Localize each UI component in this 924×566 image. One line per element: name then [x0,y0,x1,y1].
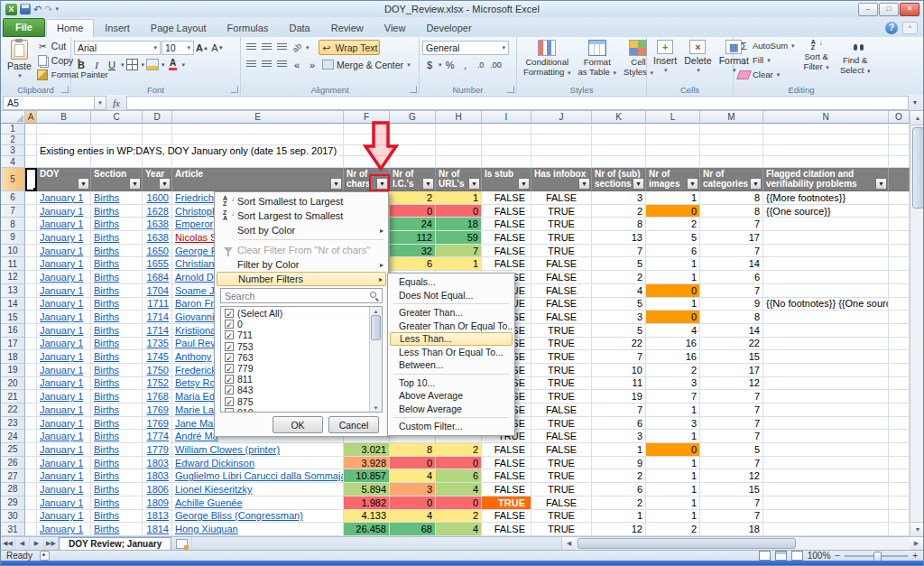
merge-center-button[interactable]: Merge & Center▾ [320,58,412,71]
minimize-ribbon-icon[interactable]: ^ [902,22,918,34]
sheet-tab-doy-review-january[interactable]: DOY Review; January [59,537,171,551]
cell-O20[interactable] [889,377,910,391]
article-link[interactable]: Anthony [175,351,211,362]
cell-B22[interactable]: January 1 [37,404,91,417]
cell-L19[interactable]: 2 [646,364,700,377]
cell-N21[interactable] [763,390,889,404]
cell-M22[interactable]: 7 [700,404,763,417]
checkbox-icon[interactable]: ✓ [225,309,234,318]
cell-N17[interactable] [763,338,889,351]
bold-button[interactable]: B [74,58,88,72]
col5-header-is-stub[interactable]: Is stub▼ [482,168,531,191]
scroll-left-icon[interactable]: ◀ [562,537,576,550]
windows-taskbar[interactable] [1,561,923,566]
cell-B27[interactable]: January 1 [37,469,91,483]
section-link[interactable]: Births [94,351,119,362]
cell-M2[interactable] [700,135,763,145]
cell-H25[interactable]: 2 [436,443,482,457]
doy-link[interactable]: January 1 [40,206,83,217]
filter-button-doy[interactable]: ▼ [78,178,89,190]
cell-M16[interactable]: 14 [700,324,763,338]
ribbon-tab-formulas[interactable]: Formulas [217,20,279,37]
cell-B2[interactable] [37,135,91,145]
horizontal-scroll-thumb[interactable] [578,538,796,549]
cell-K7[interactable]: 2 [592,205,646,218]
cell-B25[interactable]: January 1 [37,443,91,457]
menu-sort-largest-to-smallest[interactable]: ZA Sort Largest to Smallest [217,209,386,223]
cell-H1[interactable] [436,124,482,135]
cell-J21[interactable]: TRUE [531,390,592,404]
filter-value-763[interactable]: ✓763 [223,352,370,363]
cell-B28[interactable]: January 1 [37,483,91,496]
cell-D18[interactable]: 1745 [143,350,172,364]
cell-C8[interactable]: Births [91,218,143,231]
cell-H3[interactable] [436,145,482,156]
vertical-scrollbar[interactable]: ▲ ▼ [910,111,924,536]
cell-O2[interactable] [889,135,910,145]
cell-D24[interactable]: 1774 [143,430,172,443]
cell-I26[interactable]: FALSE [482,457,531,470]
scroll-right-icon[interactable]: ▶ [910,537,923,550]
cell-C7[interactable]: Births [91,205,143,218]
cell-J10[interactable]: TRUE [531,245,592,258]
list-scroll-up-icon[interactable]: ▲ [374,307,379,315]
cell-O1[interactable] [889,124,910,135]
cell-N6[interactable]: {{More footnotes}} [763,191,889,205]
list-scroll-down-icon[interactable]: ▼ [374,404,379,412]
year-link[interactable]: 1768 [147,391,169,402]
submenu-greater-than[interactable]: Greater Than... [390,306,513,320]
section-link[interactable]: Births [94,311,119,322]
row-header-29[interactable]: 29 [1,496,25,510]
filter-list-scrollbar[interactable]: ▲ ▼ [369,307,382,412]
cell-B19[interactable]: January 1 [37,364,91,377]
row-header-19[interactable]: 19 [1,364,25,377]
cell-L25[interactable]: 0 [646,443,700,457]
cell-A26[interactable] [25,457,37,470]
article-link[interactable]: Edward Dickinson [175,458,254,469]
filter-button-nr-of-url-s[interactable]: ▼ [468,178,480,190]
article-link[interactable]: Guglielmo Libri Carucci dalla Sommaja [175,470,344,481]
redo-icon[interactable]: ↷ [44,4,52,14]
row-header-5[interactable]: 5 [1,168,25,191]
year-link[interactable]: 1704 [147,285,169,296]
year-link[interactable]: 1752 [147,377,169,388]
cell-A24[interactable] [25,430,37,443]
section-link[interactable]: Births [94,192,119,203]
cell-N26[interactable] [763,457,889,470]
fill-button[interactable]: ↓Fill▾ [736,53,797,67]
doy-link[interactable]: January 1 [40,218,83,229]
cell-L16[interactable]: 4 [646,324,700,338]
cell-L14[interactable]: 1 [646,298,700,311]
cell-L22[interactable]: 1 [646,404,700,417]
year-link[interactable]: 1774 [147,431,169,441]
section-link[interactable]: Births [94,404,119,415]
col-header-K[interactable]: K [592,111,646,124]
doy-link[interactable]: January 1 [40,484,83,495]
cell-J3[interactable] [531,145,592,156]
cell-D21[interactable]: 1768 [143,390,172,404]
cell-G11[interactable]: 6 [390,257,436,271]
doy-link[interactable]: January 1 [40,431,83,441]
cell-C9[interactable]: Births [91,231,143,245]
cell-B12[interactable]: January 1 [37,271,91,284]
cell-C12[interactable]: Births [91,271,143,284]
cell-I11[interactable]: FALSE [482,257,531,271]
cell-J16[interactable]: TRUE [531,324,592,338]
ribbon-tab-view[interactable]: View [374,20,416,37]
cell-A23[interactable] [25,417,37,431]
cell-F31[interactable]: 26.458 [344,523,390,536]
cell-O11[interactable] [889,257,910,271]
cell-O27[interactable] [889,469,910,483]
undo-icon[interactable]: ↶ [33,4,42,14]
col5-header-nr-of-images[interactable]: Nr of images▼ [646,168,700,191]
cell-N24[interactable] [763,430,889,443]
menu-sort-smallest-to-largest[interactable]: AZ Sort Smallest to Largest [217,194,386,209]
cell-O28[interactable] [889,483,910,496]
section-link[interactable]: Births [94,218,119,229]
cell-N11[interactable] [763,257,889,271]
cell-J29[interactable]: FALSE [531,496,592,510]
submenu-less-than[interactable]: Less Than... [390,332,513,346]
submenu-less-than-or-equal-to[interactable]: Less Than Or Equal To... [390,346,513,359]
submenu-equals[interactable]: Equals... [390,275,513,289]
cell-O19[interactable] [889,364,910,377]
